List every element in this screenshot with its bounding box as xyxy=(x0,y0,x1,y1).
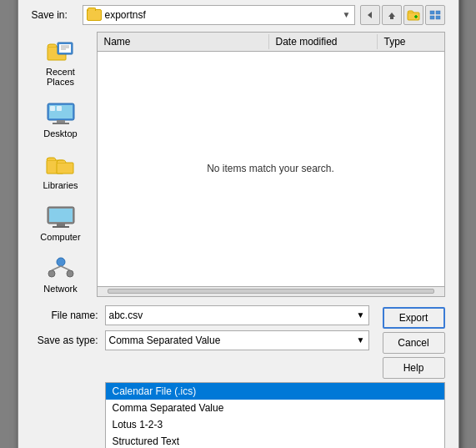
svg-rect-28 xyxy=(57,224,65,226)
svg-point-30 xyxy=(57,258,65,266)
toolbar-buttons xyxy=(360,5,445,25)
dropdown-option-structured[interactable]: Structured Text xyxy=(106,433,444,449)
col-date-header: Date modified xyxy=(269,34,378,49)
col-type-header: Type xyxy=(378,34,444,49)
save-in-label: Save in: xyxy=(32,9,78,21)
dropdown-option-csv[interactable]: Comma Separated Value xyxy=(106,400,444,416)
location-text: exportnsf xyxy=(105,9,339,21)
computer-icon xyxy=(44,204,78,230)
svg-rect-11 xyxy=(436,16,440,19)
horizontal-scrollbar[interactable] xyxy=(98,286,444,296)
svg-rect-23 xyxy=(57,106,62,111)
help-button[interactable]: Help xyxy=(383,357,445,379)
folder-icon xyxy=(87,9,102,21)
libraries-icon xyxy=(44,152,78,179)
svg-rect-9 xyxy=(436,11,440,14)
file-list-body: No items match your search. xyxy=(98,52,444,286)
sidebar-item-desktop[interactable]: Desktop xyxy=(33,97,89,142)
sidebar-item-computer[interactable]: Computer xyxy=(33,200,89,245)
svg-line-34 xyxy=(61,266,70,270)
svg-rect-27 xyxy=(49,209,73,222)
savetype-dropdown-list: Calendar File (.ics) Comma Separated Val… xyxy=(105,382,445,449)
savetype-select[interactable]: Comma Separated Value ▼ xyxy=(105,330,369,350)
network-icon xyxy=(44,255,78,282)
svg-rect-10 xyxy=(430,16,434,19)
action-buttons: Export Cancel Help xyxy=(383,305,445,379)
dialog-body: Save in: exportnsf ▼ xyxy=(18,0,458,448)
svg-rect-29 xyxy=(53,226,69,228)
back-button[interactable] xyxy=(360,5,380,25)
network-label: Network xyxy=(43,284,77,294)
left-nav-panel: Recent Places Desktop xyxy=(32,32,90,297)
views-button[interactable] xyxy=(425,5,445,25)
bottom-section: File name: abc.csv ▼ Save as type: Comma… xyxy=(32,305,445,449)
export-button[interactable]: Export xyxy=(383,307,445,329)
file-list-header: Name Date modified Type xyxy=(98,33,444,52)
svg-rect-8 xyxy=(430,11,434,14)
sidebar-item-recent-places[interactable]: Recent Places xyxy=(33,35,89,90)
svg-rect-4 xyxy=(390,17,393,19)
recent-places-label: Recent Places xyxy=(34,67,88,87)
dropdown-option-lotus[interactable]: Lotus 1-2-3 xyxy=(106,416,444,433)
sidebar-item-network[interactable]: Network xyxy=(33,252,89,297)
location-dropdown-arrow: ▼ xyxy=(343,10,351,19)
libraries-label: Libraries xyxy=(43,180,78,190)
svg-point-32 xyxy=(67,270,73,277)
empty-message: No items match your search. xyxy=(207,163,334,174)
svg-rect-25 xyxy=(57,163,73,174)
main-area: Recent Places Desktop xyxy=(32,32,445,297)
filename-dropdown-arrow: ▼ xyxy=(357,310,365,320)
filename-input[interactable]: abc.csv ▼ xyxy=(105,305,369,325)
dropdown-option-ics[interactable]: Calendar File (.ics) xyxy=(106,383,444,400)
computer-label: Computer xyxy=(40,232,80,242)
col-name-header: Name xyxy=(98,34,269,49)
svg-rect-22 xyxy=(50,106,55,111)
location-dropdown[interactable]: exportnsf ▼ xyxy=(83,5,355,25)
up-button[interactable] xyxy=(382,5,402,25)
savetype-label: Save as type: xyxy=(32,335,98,346)
filename-label: File name: xyxy=(32,310,98,321)
svg-line-33 xyxy=(52,266,61,270)
scroll-track xyxy=(108,289,434,294)
file-list-panel: Name Date modified Type No items match y… xyxy=(97,32,445,297)
desktop-label: Desktop xyxy=(43,128,77,138)
recent-places-icon xyxy=(44,38,78,65)
svg-point-31 xyxy=(48,270,55,277)
savetype-dropdown-arrow: ▼ xyxy=(357,335,365,345)
savetype-row: Save as type: Comma Separated Value ▼ xyxy=(32,330,369,350)
cancel-button[interactable]: Cancel xyxy=(383,332,445,354)
svg-rect-21 xyxy=(53,123,69,124)
desktop-icon xyxy=(44,100,78,127)
new-folder-button[interactable] xyxy=(403,5,423,25)
save-in-row: Save in: exportnsf ▼ xyxy=(32,5,445,25)
export-dialog: Export ✕ Save in: exportnsf ▼ xyxy=(18,0,459,448)
filename-row: File name: abc.csv ▼ xyxy=(32,305,369,325)
svg-rect-20 xyxy=(57,120,65,123)
sidebar-item-libraries[interactable]: Libraries xyxy=(33,148,89,194)
